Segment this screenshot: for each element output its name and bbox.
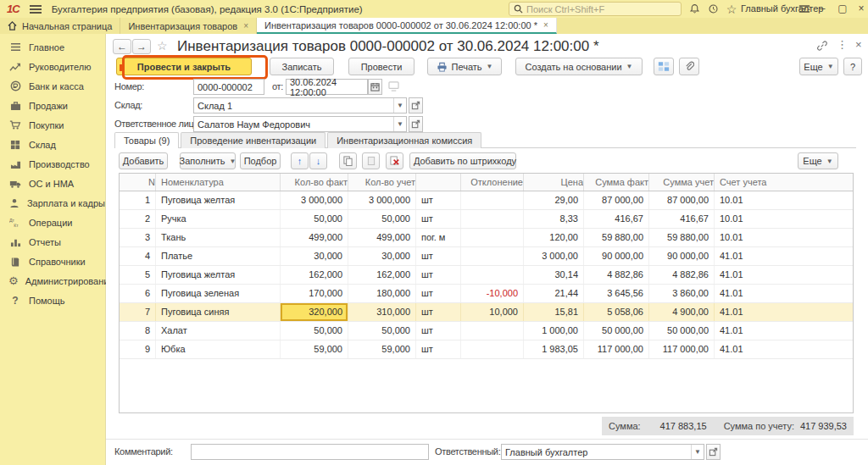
- column-header-name[interactable]: Номенклатура: [156, 174, 281, 191]
- cell-account[interactable]: 41.01: [715, 247, 853, 265]
- fill-button[interactable]: Заполнить▼: [180, 152, 236, 169]
- post-button[interactable]: Провести: [348, 58, 415, 75]
- post-and-close-button[interactable]: Провести и закрыть: [116, 58, 252, 75]
- sidebar-item-bank-kassa[interactable]: Банк и касса: [0, 76, 105, 96]
- cell-unit[interactable]: шт: [416, 340, 461, 358]
- close-document-icon[interactable]: ×: [855, 38, 862, 51]
- cell-name[interactable]: Юбка: [156, 340, 281, 358]
- column-header-account[interactable]: Счет учета: [715, 174, 853, 191]
- cell-qty_acc[interactable]: 3 000,000: [348, 191, 416, 209]
- move-down-button[interactable]: ↓: [309, 152, 327, 169]
- cell-qty_fact[interactable]: 162,000: [281, 266, 348, 284]
- cell-qty_acc[interactable]: 162,000: [348, 266, 416, 284]
- add-by-barcode-button[interactable]: Добавить по штрихкоду: [409, 152, 516, 169]
- cell-deviation[interactable]: [461, 191, 524, 209]
- cell-sum_fact[interactable]: 416,67: [584, 210, 649, 228]
- cell-unit[interactable]: шт: [416, 303, 461, 321]
- cell-name[interactable]: Пуговица желтая: [156, 191, 281, 209]
- number-field[interactable]: 0000-000002: [193, 79, 264, 95]
- table-row-2[interactable]: 2Ручка50,00050,000шт8,33416,67416,6710.0…: [120, 210, 853, 229]
- cell-sum_acc[interactable]: 416,67: [649, 210, 715, 228]
- cell-unit[interactable]: пог. м: [416, 229, 461, 246]
- cell-qty_acc[interactable]: 59,000: [348, 340, 416, 358]
- tab-home[interactable]: Начальная страница: [0, 18, 120, 34]
- favorite-star-icon[interactable]: ☆: [157, 39, 168, 53]
- cell-sum_fact[interactable]: 5 058,06: [584, 303, 649, 321]
- cell-sum_acc[interactable]: 117 000,00: [649, 340, 715, 358]
- cell-account[interactable]: 41.01: [715, 303, 853, 321]
- table-row-1[interactable]: 1Пуговица желтая3 000,0003 000,000шт29,0…: [120, 191, 853, 210]
- cell-account[interactable]: 41.01: [715, 266, 853, 284]
- sidebar-item-prodazhi[interactable]: Продажи: [0, 96, 105, 115]
- column-header-qty_fact[interactable]: Кол-во факт: [281, 174, 348, 191]
- cell-n[interactable]: 3: [120, 229, 156, 246]
- cell-deviation[interactable]: [461, 266, 524, 284]
- sidebar-item-zarplata-kadry[interactable]: Зарплата и кадры: [0, 193, 105, 213]
- responsible-person-open-button[interactable]: [409, 116, 423, 132]
- cell-price[interactable]: 29,00: [524, 191, 584, 209]
- move-up-button[interactable]: ↑: [291, 152, 309, 169]
- column-header-sum_fact[interactable]: Сумма факт: [584, 174, 649, 191]
- sidebar-item-proizvodstvo[interactable]: Производство: [0, 154, 105, 174]
- create-based-on-button[interactable]: Создать на основании▼: [515, 58, 643, 75]
- chevron-down-icon[interactable]: ▼: [393, 117, 406, 131]
- form-more-button[interactable]: Еще▼: [799, 58, 838, 75]
- column-header-deviation[interactable]: Отклонение: [461, 174, 524, 191]
- cell-name[interactable]: Платье: [156, 247, 281, 265]
- cell-price[interactable]: 21,44: [524, 285, 584, 302]
- cell-qty_fact[interactable]: 499,000: [281, 229, 348, 246]
- cell-unit[interactable]: шт: [416, 210, 461, 228]
- warehouse-open-button[interactable]: [409, 97, 423, 113]
- cell-qty_fact[interactable]: 50,000: [281, 210, 348, 228]
- cell-qty_fact[interactable]: 320,000: [281, 303, 348, 321]
- cell-price[interactable]: 3 000,00: [524, 247, 584, 265]
- cell-qty_acc[interactable]: 30,000: [348, 247, 416, 265]
- cell-qty_acc[interactable]: 50,000: [348, 322, 416, 340]
- cell-unit[interactable]: шт: [416, 285, 461, 302]
- column-header-sum_acc[interactable]: Сумма учет: [649, 174, 715, 191]
- sidebar-item-sklad[interactable]: Склад: [0, 135, 105, 154]
- cell-n[interactable]: 2: [120, 210, 156, 228]
- cell-deviation[interactable]: [461, 210, 524, 228]
- table-row-8[interactable]: 8Халат50,00050,000шт1 000,0050 000,0050 …: [120, 322, 853, 340]
- add-row-button[interactable]: Добавить: [119, 152, 168, 169]
- cell-n[interactable]: 6: [120, 285, 156, 302]
- cell-qty_fact[interactable]: 3 000,000: [281, 191, 348, 209]
- responsible-open-button[interactable]: [706, 444, 721, 460]
- cell-qty_acc[interactable]: 310,000: [348, 303, 416, 321]
- table-row-3[interactable]: 3Ткань499,000499,000пог. м120,0059 880,0…: [120, 229, 853, 247]
- date-field[interactable]: 30.06.2024 12:00:00: [286, 79, 368, 95]
- close-tab-icon[interactable]: ×: [243, 21, 248, 30]
- cell-sum_acc[interactable]: 90 000,00: [649, 247, 715, 265]
- cell-unit[interactable]: шт: [416, 322, 461, 340]
- cell-sum_fact[interactable]: 50 000,00: [584, 322, 649, 340]
- cell-sum_acc[interactable]: 3 860,00: [649, 285, 715, 302]
- cell-qty_acc[interactable]: 180,000: [348, 285, 416, 302]
- cell-deviation[interactable]: 10,000: [461, 303, 524, 321]
- cell-deviation[interactable]: -10,000: [461, 285, 524, 302]
- column-header-price[interactable]: Цена: [524, 174, 584, 191]
- cell-deviation[interactable]: [461, 322, 524, 340]
- cell-price[interactable]: 8,33: [524, 210, 584, 228]
- cell-n[interactable]: 7: [120, 303, 156, 321]
- sidebar-item-pomoshch[interactable]: ? Помощь: [0, 291, 105, 310]
- tab-inventory-execution[interactable]: Проведение инвентаризации: [181, 132, 326, 148]
- cell-sum_fact[interactable]: 87 000,00: [584, 191, 649, 209]
- delete-row-button[interactable]: [386, 152, 403, 169]
- cell-qty_fact[interactable]: 59,000: [281, 340, 348, 358]
- cell-qty_fact[interactable]: 30,000: [281, 247, 348, 265]
- paste-row-button[interactable]: [362, 152, 380, 169]
- favorites-star-icon[interactable]: ☆: [724, 2, 739, 16]
- cell-price[interactable]: 30,14: [524, 266, 584, 284]
- cell-sum_fact[interactable]: 117 000,00: [584, 340, 649, 358]
- cell-sum_acc[interactable]: 50 000,00: [649, 322, 715, 340]
- chevron-down-icon[interactable]: ▼: [393, 98, 406, 113]
- column-header-n[interactable]: N: [120, 174, 156, 191]
- show-postings-button[interactable]: [654, 58, 674, 75]
- cell-deviation[interactable]: [461, 229, 524, 246]
- table-more-button[interactable]: Еще▼: [798, 152, 838, 169]
- cell-name[interactable]: Халат: [156, 322, 281, 340]
- sidebar-item-os-nma[interactable]: ОС и НМА: [0, 174, 105, 193]
- more-dots-icon[interactable]: ⋮: [837, 38, 848, 51]
- table-row-6[interactable]: 6Пуговица зеленая170,000180,000шт-10,000…: [120, 285, 853, 303]
